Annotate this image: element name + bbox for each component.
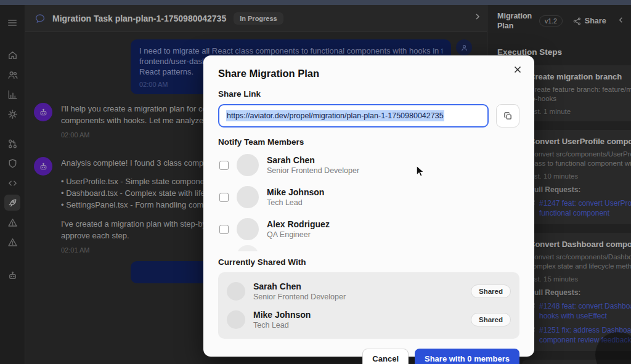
member-checkbox[interactable]	[219, 193, 229, 202]
member-role: Tech Lead	[267, 198, 324, 208]
member-info: Mike Johnson Tech Lead	[253, 309, 311, 330]
member-name: Mike Johnson	[267, 187, 324, 198]
avatar	[227, 282, 245, 301]
member-name: Mike Johnson	[253, 309, 311, 320]
member-info: Mike Johnson Tech Lead	[267, 187, 324, 208]
member-role: Senior Frontend Developer	[267, 166, 359, 176]
share-modal: Share Migration Plan Share Link https://…	[203, 55, 534, 357]
cancel-button[interactable]: Cancel	[362, 349, 409, 364]
notify-members-label: Notify Team Members	[218, 137, 519, 147]
member-list: Sarah Chen Senior Frontend Developer Mik…	[218, 149, 519, 251]
copy-link-button[interactable]	[496, 104, 519, 127]
close-icon	[513, 65, 522, 74]
avatar	[237, 218, 259, 240]
member-row-partial	[218, 245, 519, 251]
modal-footer: Cancel Share with 0 members	[218, 349, 519, 364]
share-link-input[interactable]: https://aviator.dev/propel/migration/pla…	[218, 104, 489, 127]
currently-shared-label: Currently Shared With	[218, 257, 519, 267]
shared-with-card: Sarah Chen Senior Frontend Developer Sha…	[218, 272, 519, 339]
member-role: QA Engineer	[267, 230, 330, 240]
member-info: Sarah Chen Senior Frontend Developer	[267, 155, 359, 176]
member-role: Tech Lead	[253, 320, 311, 330]
member-info: Alex Rodriguez QA Engineer	[267, 219, 330, 240]
share-link-label: Share Link	[218, 89, 519, 99]
member-info: Sarah Chen Senior Frontend Developer	[253, 281, 346, 302]
app-root: Migration Task plan-plan-1-1750980042735…	[0, 0, 631, 364]
avatar	[237, 245, 259, 251]
member-name: Sarah Chen	[267, 155, 359, 166]
share-link-value: https://aviator.dev/propel/migration/pla…	[226, 110, 444, 121]
shared-status-badge: Shared	[471, 285, 511, 298]
avatar	[237, 186, 259, 208]
close-modal-button[interactable]	[511, 63, 524, 76]
share-submit-button[interactable]: Share with 0 members	[415, 349, 519, 364]
copy-icon	[503, 111, 513, 121]
member-role: Senior Frontend Developer	[253, 292, 346, 302]
member-name: Sarah Chen	[253, 281, 346, 292]
member-row[interactable]: Mike Johnson Tech Lead	[218, 181, 519, 213]
member-checkbox[interactable]	[219, 161, 229, 170]
shared-row: Sarah Chen Senior Frontend Developer Sha…	[227, 277, 511, 305]
shared-status-badge: Shared	[471, 313, 511, 326]
modal-title: Share Migration Plan	[218, 68, 519, 79]
member-checkbox[interactable]	[219, 225, 229, 234]
avatar	[227, 310, 245, 329]
member-row[interactable]: Alex Rodriguez QA Engineer	[218, 213, 519, 245]
shared-row: Mike Johnson Tech Lead Shared	[227, 305, 511, 334]
avatar	[237, 154, 259, 176]
member-row[interactable]: Sarah Chen Senior Frontend Developer	[218, 149, 519, 181]
member-name: Alex Rodriguez	[267, 219, 330, 230]
